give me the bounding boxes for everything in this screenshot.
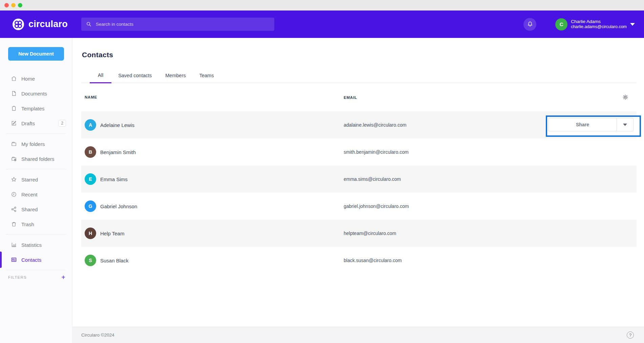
user-menu-caret-icon bbox=[630, 23, 635, 26]
sidebar-item-contacts[interactable]: Contacts bbox=[0, 252, 72, 267]
tab-teams[interactable]: Teams bbox=[199, 69, 214, 83]
sidebar-item-my-folders[interactable]: My folders bbox=[0, 136, 72, 151]
search-icon bbox=[86, 21, 92, 27]
sidebar-item-label: Starred bbox=[21, 177, 38, 183]
table-row[interactable]: G Gabriel Johnson gabriel.johnson@circul… bbox=[81, 193, 637, 220]
share-button[interactable]: Share bbox=[549, 122, 617, 127]
page-title: Contacts bbox=[82, 51, 644, 59]
avatar-initial: S bbox=[89, 258, 92, 263]
sidebar-item-label: Trash bbox=[21, 221, 34, 227]
sidebar-item-label: Shared bbox=[21, 207, 38, 212]
tab-members[interactable]: Members bbox=[165, 69, 186, 83]
footer: Circularo ©2024 ? bbox=[72, 327, 644, 343]
add-filter-button[interactable]: + bbox=[61, 274, 65, 281]
copyright-text: Circularo ©2024 bbox=[81, 333, 114, 338]
sidebar-item-label: Home bbox=[21, 76, 35, 82]
window-zoom-button[interactable] bbox=[18, 3, 22, 7]
sidebar-item-recent[interactable]: Recent bbox=[0, 187, 72, 202]
tab-all[interactable]: All bbox=[90, 69, 111, 83]
sidebar-item-drafts[interactable]: Drafts 2 bbox=[0, 116, 72, 131]
new-document-button[interactable]: New Document bbox=[8, 47, 64, 61]
avatar: A bbox=[85, 119, 96, 131]
contact-email: smith.benjamin@circularo.com bbox=[344, 149, 409, 155]
sidebar-item-templates[interactable]: Templates bbox=[0, 101, 72, 116]
user-avatar-initial: C bbox=[560, 21, 563, 27]
user-name: Charlie Adams bbox=[571, 19, 627, 24]
draft-icon bbox=[11, 120, 17, 126]
search-bar bbox=[81, 18, 274, 31]
table-row[interactable]: S Susan Black black.susan@circularo.com bbox=[81, 247, 637, 274]
contact-email: black.susan@circularo.com bbox=[344, 258, 402, 263]
sidebar-item-shared[interactable]: Shared bbox=[0, 202, 72, 217]
sidebar-item-label: Drafts bbox=[21, 121, 35, 126]
sidebar-item-trash[interactable]: Trash bbox=[0, 217, 72, 232]
sidebar: New Document Home Documents bbox=[0, 38, 72, 343]
sidebar-item-home[interactable]: Home bbox=[0, 71, 72, 86]
notifications-button[interactable] bbox=[523, 18, 536, 31]
contact-name: Gabriel Johnson bbox=[100, 203, 137, 209]
sidebar-divider bbox=[6, 270, 66, 270]
header-right-cluster: C Charlie Adams charlie.adams@circularo.… bbox=[523, 18, 635, 31]
circularo-logo[interactable]: circularo bbox=[12, 18, 68, 31]
sidebar-item-documents[interactable]: Documents bbox=[0, 86, 72, 101]
window-minimize-button[interactable] bbox=[11, 3, 16, 7]
share-dropdown-button[interactable] bbox=[617, 118, 633, 131]
sidebar-item-shared-folders[interactable]: Shared folders bbox=[0, 151, 72, 166]
share-nodes-icon bbox=[11, 206, 17, 212]
sidebar-item-label: Documents bbox=[21, 91, 47, 97]
user-avatar: C bbox=[555, 18, 567, 30]
sidebar-divider bbox=[6, 169, 66, 169]
question-mark-icon: ? bbox=[629, 333, 631, 338]
contact-email: helpteam@circularo.com bbox=[344, 231, 396, 236]
table-row[interactable]: E Emma Sims emma.sims@circularo.com bbox=[81, 166, 637, 193]
contact-name: Susan Black bbox=[100, 258, 128, 263]
shared-folder-icon bbox=[11, 156, 17, 162]
bell-icon bbox=[527, 21, 533, 27]
filters-label: FILTERS bbox=[8, 275, 27, 279]
sidebar-item-label: Contacts bbox=[21, 257, 41, 263]
help-button[interactable]: ? bbox=[627, 331, 634, 339]
sidebar-item-starred[interactable]: Starred bbox=[0, 172, 72, 187]
avatar: G bbox=[85, 200, 96, 212]
avatar-initial: E bbox=[89, 176, 92, 182]
sidebar-item-label: Recent bbox=[21, 192, 38, 197]
click-target-highlight: Share bbox=[546, 115, 641, 137]
avatar: E bbox=[85, 173, 96, 185]
sidebar-divider bbox=[6, 133, 66, 134]
clock-icon bbox=[11, 191, 17, 197]
sidebar-item-label: Templates bbox=[21, 106, 44, 111]
avatar: S bbox=[85, 255, 96, 266]
app-header: circularo C bbox=[0, 10, 644, 38]
table-settings-gear-icon[interactable] bbox=[622, 94, 628, 100]
user-info: Charlie Adams charlie.adams@circularo.co… bbox=[571, 19, 627, 29]
sidebar-item-statistics[interactable]: Statistics bbox=[0, 237, 72, 252]
template-icon bbox=[11, 105, 17, 111]
table-row[interactable]: A Adelaine Lewis adalaine.lewis@circular… bbox=[81, 111, 637, 138]
avatar: B bbox=[85, 146, 96, 158]
statistics-icon bbox=[11, 242, 17, 248]
window-titlebar bbox=[0, 0, 644, 10]
brand-name: circularo bbox=[28, 19, 68, 29]
sidebar-item-label: My folders bbox=[21, 141, 45, 147]
contact-name: Adelaine Lewis bbox=[100, 122, 134, 128]
search-input[interactable] bbox=[96, 22, 270, 27]
contact-email: adalaine.lewis@circularo.com bbox=[344, 122, 406, 128]
filters-section: FILTERS + bbox=[0, 273, 72, 282]
table-row[interactable]: B Benjamin Smith smith.benjamin@circular… bbox=[81, 138, 637, 166]
app-window: circularo C bbox=[0, 0, 644, 343]
contact-name: Emma Sims bbox=[100, 176, 128, 182]
column-header-email: EMAIL bbox=[344, 95, 357, 100]
window-close-button[interactable] bbox=[4, 3, 9, 7]
home-icon bbox=[11, 76, 17, 82]
contact-name: Benjamin Smith bbox=[100, 149, 136, 155]
avatar: H bbox=[85, 228, 96, 239]
table-row[interactable]: H Help Team helpteam@circularo.com bbox=[81, 220, 637, 247]
star-icon bbox=[11, 176, 17, 183]
share-split-button: Share bbox=[548, 118, 634, 131]
chevron-down-icon bbox=[623, 124, 627, 126]
sidebar-item-label: Statistics bbox=[21, 242, 42, 248]
tab-saved-contacts[interactable]: Saved contacts bbox=[118, 69, 152, 83]
folder-icon bbox=[11, 141, 17, 147]
table-header: NAME EMAIL bbox=[81, 83, 637, 111]
user-menu[interactable]: C Charlie Adams charlie.adams@circularo.… bbox=[555, 18, 635, 30]
